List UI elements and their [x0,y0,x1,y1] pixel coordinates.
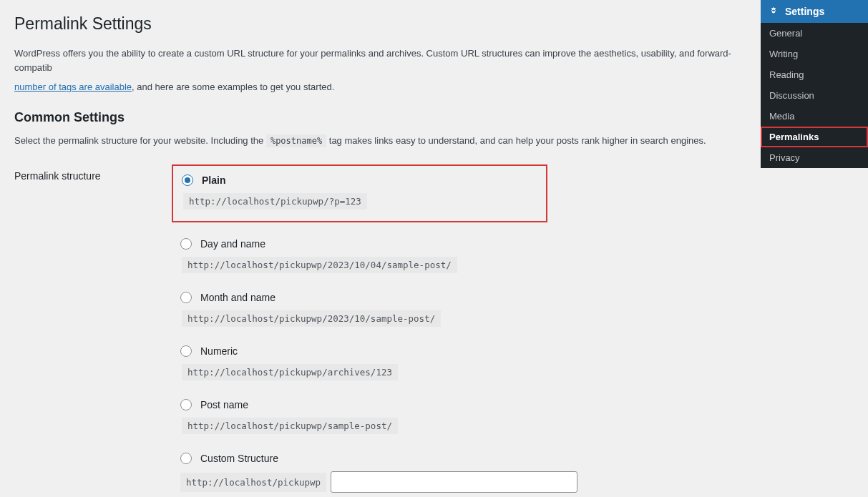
intro-paragraph-2: number of tags are available, and here a… [14,80,746,94]
sidebar-item-discussion[interactable]: Discussion [761,85,868,106]
radio-numeric[interactable] [180,345,192,357]
settings-icon [768,6,779,17]
option-plain-text: Plain [202,174,225,186]
option-month-name: Month and name http://localhost/pickupwp… [172,286,746,334]
common-desc: Select the permalink structure for your … [14,134,746,148]
custom-row: http://localhost/pickupwp [180,471,738,493]
radio-month-name[interactable] [180,292,192,303]
radio-plain[interactable] [182,174,193,186]
option-plain-label[interactable]: Plain [182,174,537,186]
option-custom-text: Custom Structure [200,453,278,464]
options-group: Plain http://localhost/pickupwp/?p=123 D… [172,164,746,497]
option-month-name-text: Month and name [200,292,275,303]
radio-day-name[interactable] [180,238,192,250]
option-day-name-label[interactable]: Day and name [180,238,738,250]
sidebar-header-label: Settings [785,6,824,17]
sidebar-item-media[interactable]: Media [761,106,868,127]
option-numeric-text: Numeric [200,345,238,357]
option-month-name-label[interactable]: Month and name [180,292,738,303]
main-content: Permalink Settings WordPress offers you … [0,0,761,497]
common-settings-heading: Common Settings [14,110,746,125]
option-post-name-label[interactable]: Post name [180,399,738,410]
page-title: Permalink Settings [14,14,746,34]
radio-post-name[interactable] [180,399,192,410]
option-post-name: Post name http://localhost/pickupwp/samp… [172,393,746,441]
option-post-name-text: Post name [200,399,248,410]
example-numeric: http://localhost/pickupwp/archives/123 [182,364,398,380]
sidebar-item-permalinks[interactable]: Permalinks [761,127,868,147]
option-numeric: Numeric http://localhost/pickupwp/archiv… [172,340,746,388]
intro-text-before: WordPress offers you the ability to crea… [14,48,731,73]
example-plain: http://localhost/pickupwp/?p=123 [183,193,367,210]
option-day-name-text: Day and name [200,238,265,250]
option-plain: Plain http://localhost/pickupwp/?p=123 [172,164,547,222]
tags-link[interactable]: number of tags are available [14,82,132,92]
example-month-name: http://localhost/pickupwp/2023/10/sample… [182,310,441,327]
sidebar-header[interactable]: Settings [761,0,868,23]
custom-structure-input[interactable] [331,471,577,493]
sidebar-item-general[interactable]: General [761,23,868,44]
sidebar-item-privacy[interactable]: Privacy [761,147,868,168]
option-day-name: Day and name http://localhost/pickupwp/2… [172,232,746,280]
sidebar-item-reading[interactable]: Reading [761,64,868,85]
example-day-name: http://localhost/pickupwp/2023/10/04/sam… [182,257,457,273]
intro-text-after: , and here are some examples to get you … [132,82,334,92]
common-desc-after: tag makes links easy to understand, and … [329,135,706,146]
postname-tag: %postname% [266,134,326,147]
common-desc-before: Select the permalink structure for your … [14,135,266,146]
option-custom-label[interactable]: Custom Structure [180,453,738,464]
option-numeric-label[interactable]: Numeric [180,345,738,357]
option-custom: Custom Structure http://localhost/pickup… [172,447,746,497]
sidebar-item-writing[interactable]: Writing [761,44,868,64]
settings-sidebar: Settings General Writing Reading Discuss… [761,0,868,168]
radio-custom[interactable] [180,453,192,464]
custom-prefix: http://localhost/pickupwp [180,473,326,492]
permalink-form: Permalink structure Plain http://localho… [14,164,746,497]
example-post-name: http://localhost/pickupwp/sample-post/ [182,418,398,434]
structure-label: Permalink structure [14,164,172,182]
intro-paragraph: WordPress offers you the ability to crea… [14,46,746,74]
